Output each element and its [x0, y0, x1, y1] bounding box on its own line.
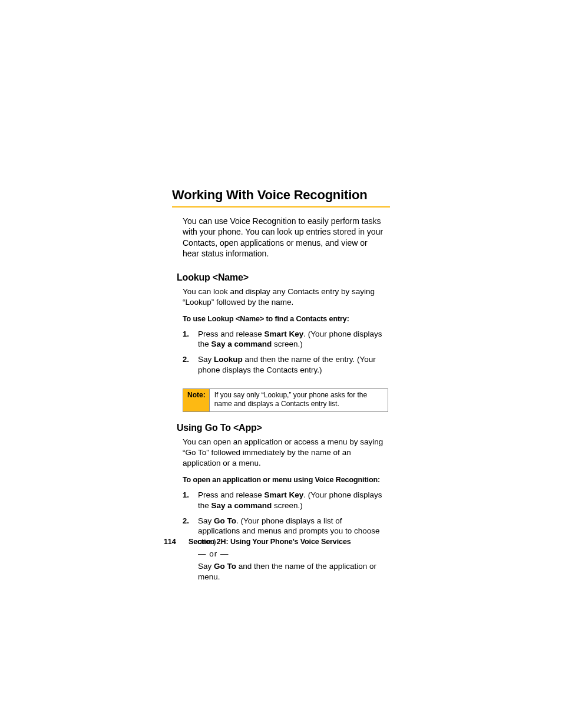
- list-item: Say Go To. (Your phone displays a list o…: [183, 516, 386, 587]
- list-item: Press and release Smart Key. (Your phone…: [183, 329, 386, 355]
- step-text: Say: [198, 562, 214, 571]
- lookup-keyword: Lookup: [214, 355, 243, 364]
- smart-key-label: Smart Key: [265, 490, 304, 499]
- step-text: Press and release: [198, 490, 265, 499]
- or-separator: — or —: [198, 549, 386, 559]
- page: Working With Voice Recognition You can u…: [0, 0, 562, 728]
- step-text: Say: [198, 516, 214, 525]
- title-rule: [172, 206, 390, 207]
- smart-key-label: Smart Key: [265, 330, 304, 338]
- say-a-command-label: Say a command: [211, 501, 272, 510]
- section-goto-title: Using Go To <App>: [177, 423, 391, 433]
- section-lookup-para: You can look and display any Contacts en…: [183, 286, 386, 308]
- page-number: 114: [164, 538, 176, 546]
- section-lookup-steps: Press and release Smart Key. (Your phone…: [183, 329, 386, 380]
- section-goto-lead: To open an application or menu using Voi…: [183, 476, 386, 484]
- step-text: screen.): [272, 340, 303, 348]
- note-label: Note:: [183, 389, 210, 412]
- say-a-command-label: Say a command: [211, 340, 272, 348]
- note-body: If you say only “Lookup,” your phone ask…: [210, 389, 388, 412]
- page-footer: 114 Section 2H: Using Your Phone’s Voice…: [164, 538, 351, 546]
- list-item: Press and release Smart Key. (Your phone…: [183, 490, 386, 516]
- goto-keyword: Go To: [214, 562, 236, 571]
- step-text: Say: [198, 355, 214, 364]
- section-goto-para: You can open an application or access a …: [183, 437, 386, 468]
- section-lookup-title: Lookup <Name>: [177, 272, 391, 283]
- step-text: screen.): [272, 501, 303, 510]
- footer-caption: Section 2H: Using Your Phone’s Voice Ser…: [189, 538, 351, 546]
- list-item: Say Lookup and then the name of the entr…: [183, 354, 386, 380]
- section-lookup-lead: To use Lookup <Name> to find a Contacts …: [183, 315, 386, 323]
- goto-keyword: Go To: [214, 516, 236, 525]
- intro-paragraph: You can use Voice Recognition to easily …: [183, 216, 386, 259]
- step-text: Press and release: [198, 330, 265, 338]
- page-title: Working With Voice Recognition: [172, 187, 391, 203]
- note-box: Note: If you say only “Lookup,” your pho…: [183, 388, 388, 413]
